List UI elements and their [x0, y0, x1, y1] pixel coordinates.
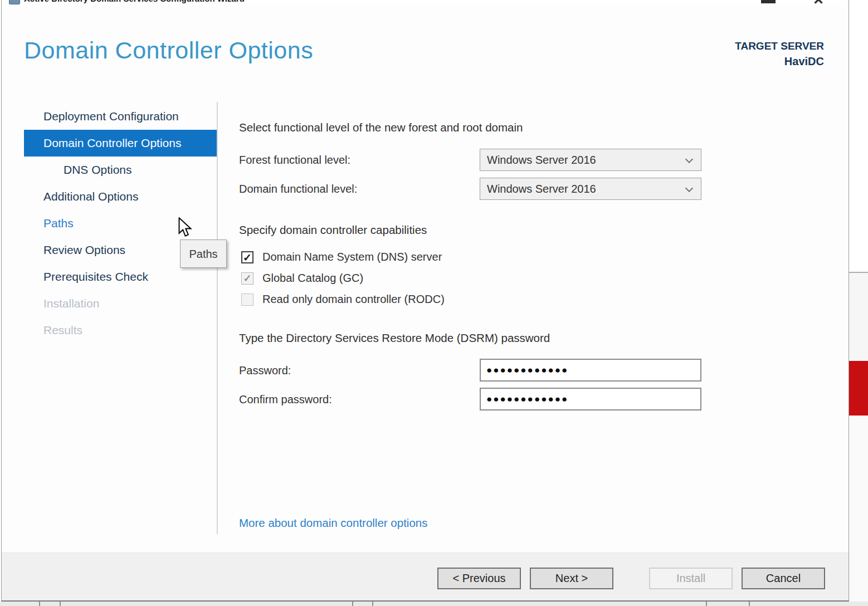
mouse-cursor-icon	[178, 217, 194, 240]
install-button: Install	[649, 568, 733, 589]
forest-functional-level-select[interactable]: Windows Server 2016	[480, 149, 701, 171]
password-field[interactable]: ●●●●●●●●●●●●	[480, 359, 701, 382]
background-window-panel	[849, 273, 868, 361]
global-catalog-checkbox	[241, 272, 253, 285]
rodc-checkbox	[241, 294, 253, 306]
domain-functional-level-select[interactable]: Windows Server 2016	[480, 178, 701, 200]
sidebar-item-paths[interactable]: Paths	[43, 210, 74, 237]
sidebar-item-additional-options[interactable]: Additional Options	[43, 183, 138, 210]
background-alert-red-block	[849, 361, 868, 416]
minimize-icon[interactable]	[761, 0, 776, 3]
target-server-block: TARGET SERVER HaviDC	[735, 40, 824, 68]
confirm-password-label: Confirm password:	[239, 393, 332, 406]
background-window-panel-lower	[849, 416, 868, 606]
sidebar-item-review-options[interactable]: Review Options	[43, 237, 125, 263]
dns-server-checkbox[interactable]	[241, 251, 253, 263]
global-catalog-label: Global Catalog (GC)	[262, 272, 363, 285]
background-tick	[372, 602, 373, 606]
chevron-down-icon	[685, 155, 693, 163]
domain-functional-level-label: Domain functional level:	[239, 183, 357, 196]
sidebar-item-prerequisites-check[interactable]: Prerequisites Check	[43, 263, 148, 290]
chevron-down-icon	[685, 184, 693, 192]
more-about-link[interactable]: More about domain controller options	[239, 516, 427, 530]
password-value: ●●●●●●●●●●●●	[486, 360, 568, 380]
confirm-password-value: ●●●●●●●●●●●●	[486, 389, 568, 409]
cancel-button[interactable]: Cancel	[742, 568, 825, 589]
functional-level-heading: Select functional level of the new fores…	[239, 121, 523, 134]
wizard-window: Active Directory Domain Services Configu…	[1, 0, 849, 602]
app-icon	[9, 0, 20, 4]
target-server-label: TARGET SERVER	[735, 40, 824, 52]
background-tick	[39, 602, 40, 606]
background-tick	[60, 602, 61, 606]
previous-button[interactable]: < Previous	[437, 568, 521, 589]
sidebar-item-deployment-configuration[interactable]: Deployment Configuration	[43, 103, 179, 130]
background-tick	[749, 602, 750, 606]
sidebar-item-domain-controller-options[interactable]: Domain Controller Options	[24, 130, 217, 157]
footer-bar: < Previous Next > Install Cancel	[2, 553, 849, 600]
confirm-password-field[interactable]: ●●●●●●●●●●●●	[480, 388, 701, 410]
close-icon[interactable]: ✕	[813, 0, 824, 6]
background-tick	[706, 602, 707, 606]
rodc-label: Read only domain controller (RODC)	[262, 293, 445, 306]
sidebar-item-installation: Installation	[43, 290, 99, 317]
sidebar-item-label: Domain Controller Options	[43, 130, 181, 157]
page-title: Domain Controller Options	[24, 37, 313, 64]
titlebar: Active Directory Domain Services Configu…	[2, 0, 849, 6]
sidebar-item-results: Results	[43, 317, 82, 344]
domain-functional-level-value: Windows Server 2016	[487, 178, 596, 199]
forest-functional-level-value: Windows Server 2016	[487, 149, 596, 170]
window-title: Active Directory Domain Services Configu…	[24, 0, 245, 3]
next-button[interactable]: Next >	[530, 568, 613, 589]
forest-functional-level-label: Forest functional level:	[239, 154, 350, 167]
sidebar-divider	[217, 102, 218, 534]
target-server-name: HaviDC	[735, 55, 824, 68]
background-tick	[352, 602, 353, 606]
paths-tooltip: Paths	[180, 240, 227, 268]
capabilities-heading: Specify domain controller capabilities	[239, 223, 427, 237]
password-label: Password:	[239, 364, 291, 377]
dsrm-heading: Type the Directory Services Restore Mode…	[239, 331, 550, 345]
background-window-bottom-strip	[0, 602, 868, 606]
dns-server-label: Domain Name System (DNS) server	[262, 251, 442, 263]
sidebar-item-dns-options[interactable]: DNS Options	[64, 157, 132, 183]
